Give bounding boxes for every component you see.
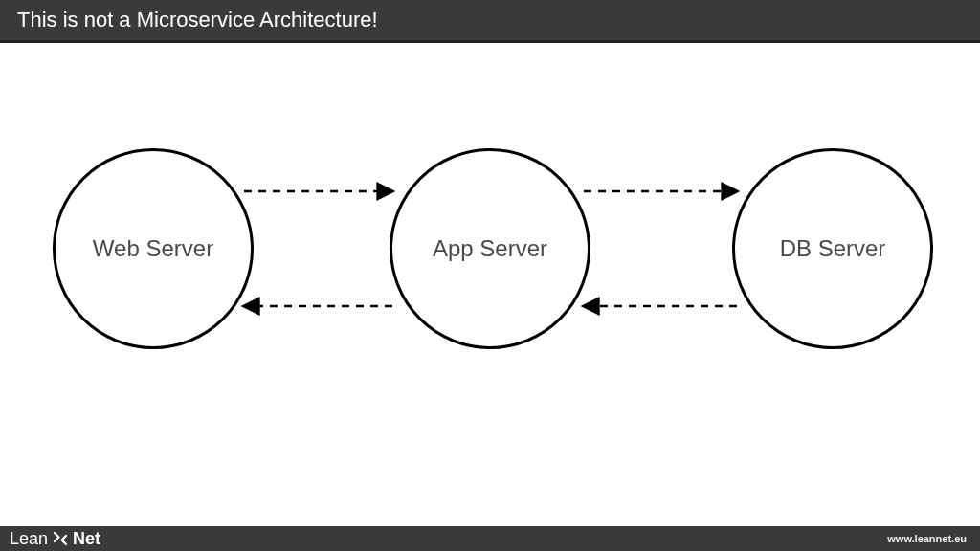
node-app-server-label: App Server [433, 235, 547, 262]
node-app-server: App Server [390, 148, 590, 349]
node-web-server: Web Server [53, 148, 254, 349]
footer-bar: Lean Net www.leannet.eu [0, 526, 980, 551]
slide-title: This is not a Microservice Architecture! [17, 8, 378, 33]
diagram-canvas: Web Server App Server DB Server [0, 43, 980, 526]
slide-title-bar: This is not a Microservice Architecture! [0, 0, 980, 43]
node-db-server: DB Server [732, 148, 933, 349]
brand-text-left: Lean [10, 529, 48, 549]
node-db-server-label: DB Server [780, 235, 886, 262]
brand-logo: Lean Net [10, 529, 100, 549]
brand-text-right: Net [73, 529, 100, 549]
brand-arrows-icon [52, 530, 69, 547]
footer-url: www.leannet.eu [887, 533, 967, 544]
node-web-server-label: Web Server [93, 235, 213, 262]
